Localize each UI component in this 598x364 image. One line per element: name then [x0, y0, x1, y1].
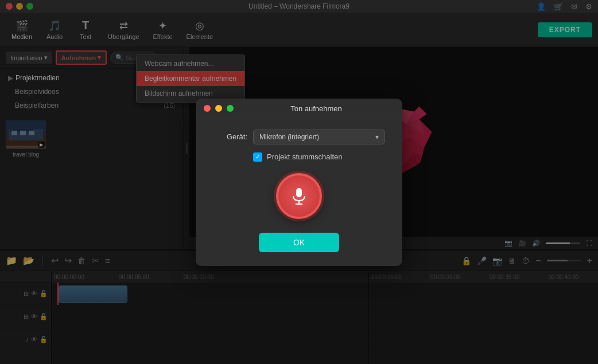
dialog-minimize-button[interactable] — [215, 105, 222, 112]
dialog-titlebar: Ton aufnehmen — [196, 99, 402, 119]
microphone-icon — [289, 186, 309, 206]
device-select[interactable]: Mikrofon (integriert) ▾ — [253, 130, 385, 144]
mic-button-container — [213, 173, 385, 219]
dialog-close-button[interactable] — [204, 105, 211, 112]
dialog-body: Gerät: Mikrofon (integriert) ▾ ✓ Projekt… — [196, 124, 402, 252]
mute-checkbox-row: ✓ Projekt stummschalten — [213, 152, 385, 162]
mute-checkbox[interactable]: ✓ — [253, 152, 262, 162]
dialog-title: Ton aufnehmen — [238, 104, 394, 113]
record-mic-button[interactable] — [276, 173, 322, 219]
ok-button[interactable]: OK — [259, 233, 339, 252]
ton-aufnehmen-dialog: Ton aufnehmen Gerät: Mikrofon (integrier… — [196, 99, 402, 266]
dialog-maximize-button[interactable] — [227, 105, 234, 112]
mute-label: Projekt stummschalten — [267, 152, 343, 161]
select-chevron-icon: ▾ — [375, 133, 379, 141]
device-label: Gerät: — [213, 132, 247, 141]
svg-rect-32 — [296, 188, 302, 197]
device-row: Gerät: Mikrofon (integriert) ▾ — [213, 130, 385, 144]
dialog-overlay: Ton aufnehmen Gerät: Mikrofon (integrier… — [0, 0, 598, 364]
